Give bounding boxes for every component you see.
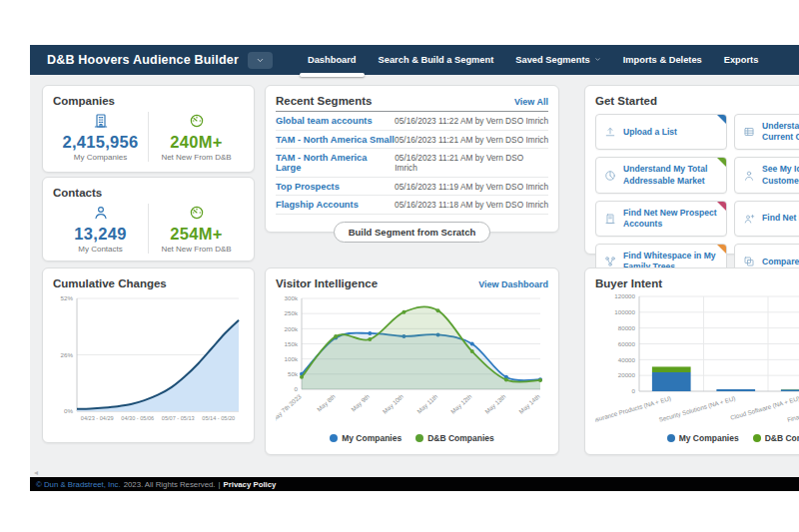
my-companies-stat: 2,415,956 My Companies [53,112,148,162]
tile-label: Compare Segments [762,257,799,267]
svg-text:20000: 20000 [618,371,636,378]
chevron-down-icon [256,51,265,69]
buyer-intent-svg: 020000400006000080000100000120000Insuran… [595,291,799,431]
svg-text:40000: 40000 [618,356,636,363]
cumulative-changes-title: Cumulative Changes [53,277,167,289]
get-started-tile-understand-my-total-addressable-market[interactable]: Understand My Total Addressable Market [595,157,727,193]
cumulative-area [77,320,239,411]
app-title: D&B Hoovers Audience Builder [47,53,239,67]
svg-text:May 7th 2023: May 7th 2023 [276,392,303,423]
get-started-tile-find-net-new-contacts[interactable]: Find Net New Contacts [734,201,799,237]
buyer-intent-title: Buyer Intent [595,277,662,289]
cumulative-changes-svg: 0%26%52%04/23 - 04/2904/30 - 05/0605/07 … [53,291,246,437]
svg-text:May 9th: May 9th [350,392,371,412]
tree-icon [604,256,616,267]
copyright-link[interactable]: © Dun & Bradstreet, Inc. [36,480,121,489]
segment-name-link[interactable]: Global team accounts [276,116,373,126]
get-started-tile-find-net-new-prospect-accounts[interactable]: Find Net New Prospect Accounts [595,201,727,237]
get-started-tile-upload-a-list[interactable]: Upload a List [595,114,727,150]
segment-row: Flagship Accounts05/16/2023 11:18 AM by … [276,196,548,215]
bar-my-companies [652,372,691,391]
svg-text:200k: 200k [285,325,299,332]
tile-label: Upload a List [623,127,677,138]
svg-text:05/07 - 05/13: 05/07 - 05/13 [162,415,195,421]
get-started-tile-see-my-ideal-customer-profile[interactable]: See My Ideal Customer Profile [734,157,799,193]
tab-exports[interactable]: Exports [713,45,770,75]
legend-item-my-companies: My Companies [330,433,401,443]
segment-row: Global team accounts05/16/2023 11:22 AM … [276,112,548,131]
legend-item-d-b-companies: D&B Companies [753,433,799,443]
build-segment-wrap: Build Segment from Scratch [276,222,548,243]
cumulative-changes-header: Cumulative Changes [53,277,244,289]
view-dashboard-link[interactable]: View Dashboard [478,279,548,289]
svg-text:100k: 100k [285,355,299,362]
tile-label: See My Ideal Customer Profile [762,164,799,186]
legend-label: My Companies [679,433,739,443]
corner-flag [717,115,726,124]
svg-text:04/23 - 04/29: 04/23 - 04/29 [81,415,114,421]
legend-dot [753,434,761,442]
legend-item-my-companies: My Companies [667,433,739,443]
segment-meta: 05/16/2023 11:21 AM by Vern DSO Imrich [395,135,548,145]
buyer-intent-header: Buyer Intent [595,277,799,289]
svg-text:May 13th: May 13th [483,392,507,415]
svg-text:120000: 120000 [614,292,635,299]
audience-builder-app: D&B Hoovers Audience Builder DashboardSe… [30,45,799,491]
top-navbar: D&B Hoovers Audience Builder DashboardSe… [30,45,799,75]
visitor-intelligence-title: Visitor Intelligence [276,277,378,289]
legend-label: D&B Companies [427,433,494,443]
legend-dot [330,434,338,442]
get-started-title: Get Started [595,95,799,107]
corner-flag [717,202,726,211]
person-icon [93,205,109,221]
view-all-link[interactable]: View All [514,97,548,107]
net-new-contacts-value: 254M+ [149,225,244,244]
segment-name-link[interactable]: TAM - North America Large [276,153,395,173]
legend-dot [667,434,675,442]
get-started-grid: Upload a ListUnderstand My Current Custo… [595,114,799,279]
tab-dashboard[interactable]: Dashboard [297,45,368,75]
segment-name-link[interactable]: Flagship Accounts [276,200,359,210]
upload-icon [604,126,616,138]
bar-my-companies [781,389,799,391]
corner-flag [717,245,726,254]
dashboard-content: Companies 2,415,956 My Companies 240M+ N… [30,75,799,477]
svg-text:0: 0 [295,385,299,392]
app-switcher-button[interactable] [248,52,273,69]
segment-meta: 05/16/2023 11:19 AM by Vern DSO Imrich [395,182,548,192]
segment-name-link[interactable]: TAM - North America Small [276,135,395,145]
svg-text:26%: 26% [61,351,74,358]
tab-label: Search & Build a Segment [379,55,494,65]
visitor-intelligence-chart: 050k100k150k200k250k300kMay 7th 2023May … [276,291,548,435]
build-segment-button[interactable]: Build Segment from Scratch [334,222,491,243]
companies-card: Companies 2,415,956 My Companies 240M+ N… [42,85,255,173]
svg-text:300k: 300k [285,294,299,301]
tab-search-build-a-segment[interactable]: Search & Build a Segment [368,45,505,75]
privacy-policy-link[interactable]: Privacy Policy [224,480,277,489]
corner-flag [717,158,726,167]
svg-text:250k: 250k [285,309,299,316]
tab-label: Saved Segments [515,55,589,65]
rights-text: 2023. All Rights Reserved. [124,480,216,489]
tab-saved-segments[interactable]: Saved Segments [504,45,611,75]
segment-name-link[interactable]: Top Prospects [276,182,340,192]
get-started-tile-understand-my-current-customers[interactable]: Understand My Current Customers [734,114,799,150]
legend-label: D&B Companies [765,433,799,443]
carousel-left-arrow[interactable]: ◂ [34,468,38,477]
recent-segments-header: Recent Segments View All [276,95,548,112]
segment-meta: 05/16/2023 11:21 AM by Vern DSO Imrich [395,153,548,173]
compare-icon [743,256,755,267]
gauge-icon [189,205,205,221]
get-started-card: Get Started Upload a ListUnderstand My C… [584,85,799,255]
legend-label: My Companies [342,433,401,443]
footer-bar: © Dun & Bradstreet, Inc. 2023. All Right… [30,477,799,491]
tab-label: Imports & Deletes [623,55,702,65]
cumulative-changes-chart: 0%26%52%04/23 - 04/2904/30 - 05/0605/07 … [53,291,244,441]
visitor-intelligence-card: Visitor Intelligence View Dashboard 050k… [265,267,559,455]
tab-imports-deletes[interactable]: Imports & Deletes [612,45,713,75]
svg-text:80000: 80000 [618,324,636,331]
svg-text:0: 0 [632,387,636,394]
bar-d-b-companies [652,366,691,372]
tab-label: Exports [724,55,759,65]
pie-icon [604,170,616,182]
